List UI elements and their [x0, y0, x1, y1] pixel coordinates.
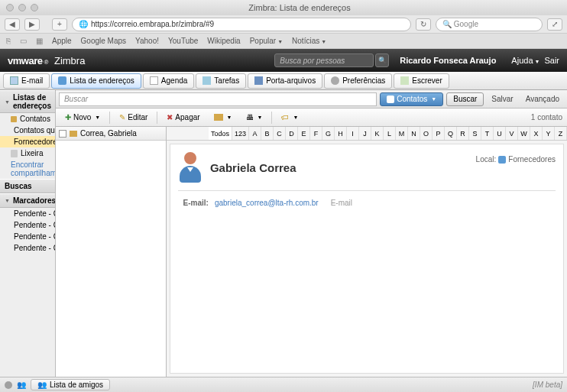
bookmark-item[interactable]: Yahoo!: [135, 37, 159, 45]
tag-icon: [8, 222, 13, 228]
tag-icon: [8, 234, 13, 239]
bookmark-item[interactable]: Wikipedia: [207, 37, 240, 45]
alpha-B[interactable]: B: [261, 127, 274, 140]
alpha-X[interactable]: X: [530, 127, 543, 140]
contact-card: Local: Fornecedores Gabriela Correa: [170, 144, 564, 374]
help-link[interactable]: Ajuda▼: [511, 56, 539, 65]
alpha-O[interactable]: O: [420, 127, 433, 140]
tag-button[interactable]: 🏷▼: [277, 111, 303, 125]
forward-button[interactable]: ▶: [24, 18, 40, 31]
reader-icon[interactable]: ▭: [20, 37, 27, 45]
tag-icon: [8, 211, 13, 216]
zoom-dot[interactable]: [31, 4, 38, 11]
tab-briefcase[interactable]: Porta-arquivos: [248, 73, 322, 89]
alpha-A[interactable]: A: [249, 127, 261, 140]
save-search[interactable]: Salvar: [487, 95, 517, 103]
advanced-search[interactable]: Avançado: [521, 95, 564, 103]
url-field[interactable]: 🌐 https://correio.embrapa.br/zimbra/#9: [72, 18, 411, 31]
alpha-S[interactable]: S: [469, 127, 481, 140]
alpha-U[interactable]: U: [494, 127, 506, 140]
alpha-E[interactable]: E: [298, 127, 310, 140]
exit-link[interactable]: Sair: [544, 56, 559, 65]
folder-icon: [11, 116, 17, 122]
tab-email[interactable]: E-mail: [3, 73, 50, 89]
tag-item[interactable]: Pendente - CRC: [0, 242, 55, 254]
select-all-checkbox[interactable]: [59, 130, 66, 138]
alpha-I[interactable]: I: [347, 127, 359, 140]
list-item-name[interactable]: Correa, Gabriela: [80, 129, 137, 138]
tag-item[interactable]: Pendente - CGI: [0, 208, 55, 219]
tags-header[interactable]: ▼Marcadores✎: [0, 193, 55, 208]
buddy-list-tab[interactable]: 👥 Lista de amigos: [31, 379, 110, 390]
people-search[interactable]: Busca por pessoas: [274, 53, 374, 67]
alpha-M[interactable]: M: [396, 127, 408, 140]
presence-icon[interactable]: [5, 381, 12, 389]
alpha-N[interactable]: N: [408, 127, 420, 140]
tag-item[interactable]: Pendente - CPS: [0, 231, 55, 242]
contact-list: Correa, Gabriela: [56, 127, 167, 377]
alpha-C[interactable]: C: [274, 127, 286, 140]
alpha-W[interactable]: W: [518, 127, 530, 140]
briefcase-icon: [254, 76, 263, 85]
user-name[interactable]: Ricardo Fonseca Araujo: [400, 56, 496, 65]
edit-button[interactable]: ✎Editar: [115, 111, 152, 125]
tasks-icon: [202, 76, 211, 85]
email-link[interactable]: gabriela_correa@lta-rh.com.br: [215, 199, 319, 207]
alpha-J[interactable]: J: [359, 127, 371, 140]
sidebar-item-contacts[interactable]: Contatos: [0, 113, 55, 125]
delete-button[interactable]: ✖Apagar: [162, 111, 204, 125]
alpha-Y[interactable]: Y: [543, 127, 555, 140]
sidebar-item-trash[interactable]: Lixeira: [0, 147, 55, 159]
alpha-all[interactable]: Todos: [209, 127, 232, 140]
bookmark-item[interactable]: Google Maps: [81, 37, 126, 45]
tab-calendar[interactable]: Agenda: [143, 73, 194, 89]
sidebar-icon[interactable]: ⎘: [6, 37, 11, 45]
bookmark-item[interactable]: Notícias▼: [292, 37, 326, 45]
alpha-V[interactable]: V: [506, 127, 518, 140]
contacts-icon: [58, 76, 66, 85]
alpha-G[interactable]: G: [322, 127, 335, 140]
alpha-123[interactable]: 123: [232, 127, 249, 140]
alpha-R[interactable]: R: [457, 127, 469, 140]
new-button[interactable]: ✚Novo▼: [60, 111, 105, 125]
tab-addressbook[interactable]: Lista de endereços: [51, 73, 141, 89]
alpha-H[interactable]: H: [335, 127, 347, 140]
search-input[interactable]: Buscar: [59, 92, 377, 106]
minimize-dot[interactable]: [18, 4, 26, 11]
people-search-btn[interactable]: 🔍: [375, 53, 389, 67]
search-button[interactable]: Buscar: [446, 92, 484, 106]
alpha-Z[interactable]: Z: [555, 127, 567, 140]
alpha-D[interactable]: D: [286, 127, 298, 140]
back-button[interactable]: ◀: [5, 18, 20, 31]
tab-preferences[interactable]: Preferências: [324, 73, 392, 89]
bookmark-item[interactable]: Popular▼: [250, 37, 283, 45]
content-area: Buscar Contatos▼ Buscar Salvar Avançado …: [56, 90, 567, 377]
searches-header[interactable]: Buscas: [0, 179, 55, 193]
alpha-L[interactable]: L: [384, 127, 396, 140]
find-shares-link[interactable]: Encontrar compartilhament: [0, 159, 55, 179]
move-button[interactable]: ▼: [209, 111, 237, 125]
tab-tasks[interactable]: Tarefas: [196, 73, 246, 89]
scope-contacts-btn[interactable]: Contatos▼: [380, 92, 443, 106]
addressbooks-header[interactable]: ▼Listas de endereços: [0, 90, 55, 113]
fullscreen-button[interactable]: ⤢: [547, 18, 562, 31]
close-dot[interactable]: [6, 4, 14, 11]
bookmark-item[interactable]: Apple: [52, 37, 72, 45]
tag-item[interactable]: Pendente - Chefia DTI: [0, 219, 55, 231]
gear-icon: [331, 76, 339, 85]
topsites-icon[interactable]: ▦: [36, 37, 43, 45]
alpha-P[interactable]: P: [433, 127, 445, 140]
alpha-K[interactable]: K: [371, 127, 384, 140]
alpha-F[interactable]: F: [310, 127, 322, 140]
alpha-Q[interactable]: Q: [445, 127, 457, 140]
sidebar-item-emailed[interactable]: Contatos que receberam e: [0, 125, 55, 136]
bookmark-item[interactable]: YouTube: [168, 37, 198, 45]
tab-compose[interactable]: Escrever: [394, 73, 449, 89]
buddy-icon[interactable]: 👥: [17, 381, 26, 389]
alpha-T[interactable]: T: [481, 127, 494, 140]
print-button[interactable]: 🖶▼: [241, 111, 267, 125]
add-button[interactable]: +: [52, 18, 67, 31]
sidebar-item-fornecedores[interactable]: Fornecedores: [0, 136, 55, 147]
browser-search[interactable]: 🔍 Google: [436, 18, 543, 31]
reload-button[interactable]: ↻: [416, 18, 431, 31]
